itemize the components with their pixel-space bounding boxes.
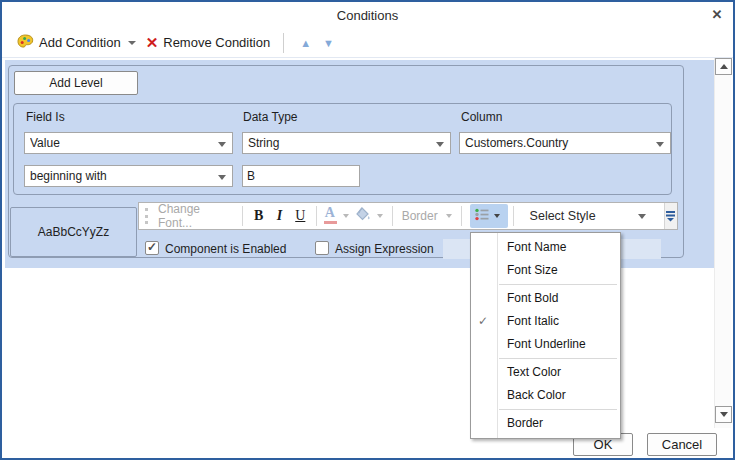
palette-icon bbox=[17, 34, 34, 52]
add-condition-button[interactable]: Add Condition bbox=[12, 32, 141, 54]
cancel-button[interactable]: Cancel bbox=[647, 433, 717, 456]
remove-condition-button[interactable]: ✕ Remove Condition bbox=[141, 33, 276, 52]
triangle-down-icon bbox=[720, 412, 728, 417]
titlebar: Conditions ✕ bbox=[2, 2, 733, 28]
chevron-down-icon bbox=[656, 142, 664, 147]
chevron-down-icon bbox=[218, 142, 226, 147]
bold-button[interactable]: B bbox=[248, 205, 269, 227]
style-preview-box: AaBbCcYyZz bbox=[10, 207, 137, 257]
change-font-button[interactable]: Change Font... bbox=[154, 202, 237, 230]
menu-separator bbox=[499, 358, 617, 359]
menu-item-text-color[interactable]: Text Color bbox=[471, 361, 620, 384]
chevron-down-icon[interactable] bbox=[343, 214, 349, 218]
add-condition-label: Add Condition bbox=[39, 35, 121, 50]
underline-button[interactable]: U bbox=[290, 205, 311, 227]
condition-value-input[interactable] bbox=[242, 165, 360, 187]
chevron-down-icon bbox=[128, 41, 136, 45]
field-is-label: Field Is bbox=[26, 110, 65, 124]
chevron-down-icon bbox=[638, 214, 646, 219]
style-options-menu: Font Name Font Size Font Bold ✓ Font Ita… bbox=[470, 232, 621, 439]
menu-separator bbox=[499, 409, 617, 410]
remove-condition-label: Remove Condition bbox=[163, 35, 270, 50]
assign-expression-label: Assign Expression bbox=[335, 242, 434, 256]
menu-item-back-color[interactable]: Back Color bbox=[471, 384, 620, 407]
operator-select[interactable]: beginning with bbox=[24, 165, 233, 187]
format-toolbar: Change Font... B I U A Border bbox=[138, 202, 678, 230]
component-enabled-checkbox[interactable]: ✓ bbox=[145, 241, 159, 255]
conditions-dialog: Conditions ✕ Add Condition ✕ Remove Cond… bbox=[0, 0, 735, 460]
field-is-select[interactable]: Value bbox=[24, 132, 233, 154]
toolbar-overflow-button[interactable] bbox=[664, 203, 677, 229]
menu-item-font-size[interactable]: Font Size bbox=[471, 259, 620, 282]
select-style-combo[interactable]: Select Style bbox=[522, 204, 664, 228]
chevron-down-icon bbox=[494, 214, 500, 218]
chevron-down-icon[interactable] bbox=[446, 214, 452, 218]
italic-button[interactable]: I bbox=[269, 205, 290, 227]
condition-fields-group: Field Is Data Type Column Value String C… bbox=[13, 103, 672, 195]
move-down-icon[interactable]: ▼ bbox=[323, 37, 334, 49]
toolbar-grip-icon bbox=[145, 208, 148, 224]
chevron-down-icon bbox=[218, 175, 226, 180]
border-button[interactable]: Border bbox=[398, 209, 442, 223]
column-select[interactable]: Customers.Country bbox=[459, 132, 671, 154]
menu-item-font-bold[interactable]: Font Bold bbox=[471, 287, 620, 310]
data-type-label: Data Type bbox=[243, 110, 297, 124]
assign-expression-checkbox[interactable] bbox=[315, 241, 329, 255]
scroll-down-button[interactable] bbox=[715, 406, 732, 423]
font-color-button[interactable]: A bbox=[322, 205, 339, 227]
toolbar-separator bbox=[283, 33, 284, 53]
triangle-up-icon bbox=[720, 64, 728, 69]
data-type-select[interactable]: String bbox=[242, 132, 451, 154]
font-color-swatch bbox=[324, 221, 337, 224]
add-level-button[interactable]: Add Level bbox=[14, 71, 138, 95]
check-icon: ✓ bbox=[478, 310, 488, 333]
check-icon: ✓ bbox=[147, 240, 157, 254]
chevron-down-icon bbox=[436, 142, 444, 147]
menu-item-font-name[interactable]: Font Name bbox=[471, 236, 620, 259]
menu-separator bbox=[499, 284, 617, 285]
scroll-up-button[interactable] bbox=[715, 58, 732, 75]
component-enabled-label: Component is Enabled bbox=[165, 242, 286, 256]
close-icon[interactable]: ✕ bbox=[709, 7, 725, 23]
condition-list-icon bbox=[474, 208, 490, 224]
menu-item-border[interactable]: Border bbox=[471, 412, 620, 435]
applied-styles-list-button[interactable] bbox=[470, 204, 508, 228]
menu-item-font-italic[interactable]: ✓ Font Italic bbox=[471, 310, 620, 333]
chevron-down-icon[interactable] bbox=[377, 214, 383, 218]
remove-x-icon: ✕ bbox=[146, 36, 159, 50]
column-label: Column bbox=[461, 110, 502, 124]
main-toolbar: Add Condition ✕ Remove Condition ▲ ▼ bbox=[2, 28, 733, 58]
move-up-icon[interactable]: ▲ bbox=[300, 37, 311, 49]
menu-item-font-underline[interactable]: Font Underline bbox=[471, 333, 620, 356]
vertical-scrollbar[interactable] bbox=[714, 58, 731, 428]
fill-color-icon[interactable] bbox=[355, 207, 371, 225]
dialog-title: Conditions bbox=[2, 8, 733, 23]
